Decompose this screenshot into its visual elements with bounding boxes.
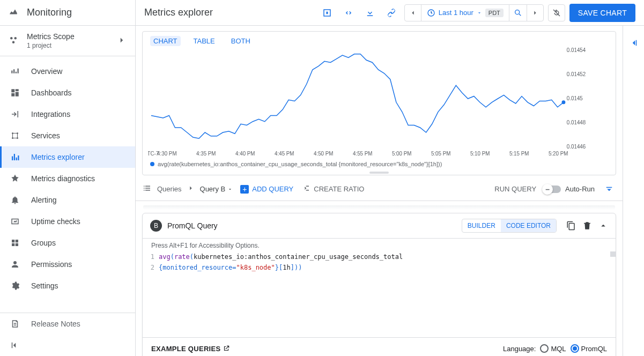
sidebar-item-metrics-explorer[interactable]: Metrics explorer <box>0 146 135 168</box>
expand-panel-button[interactable] <box>625 34 642 51</box>
query-card-title: PromQL Query <box>167 221 456 230</box>
metrics-explorer-icon <box>10 152 20 162</box>
sidebar-item-integrations[interactable]: Integrations <box>0 103 135 125</box>
svg-point-0 <box>10 37 13 40</box>
accessibility-hint: Press Alt+F1 for Accessibility Options. <box>143 239 616 251</box>
line-gutter: 12 <box>143 251 159 332</box>
overview-icon <box>10 66 20 76</box>
add-query-button[interactable]: + ADD QUERY <box>240 185 293 194</box>
create-ratio-button[interactable]: CREATE RATIO <box>301 183 364 195</box>
time-prev-button[interactable] <box>405 5 421 21</box>
monitoring-logo-icon <box>9 7 18 18</box>
chevron-right-icon <box>187 184 195 194</box>
time-range-picker[interactable]: Last 1 hour PDT <box>421 9 509 17</box>
svg-text:4:45 PM: 4:45 PM <box>275 151 294 157</box>
sidebar-item-alerting[interactable]: Alerting <box>0 189 135 211</box>
example-queries-link[interactable]: EXAMPLE QUERIES <box>151 345 230 353</box>
page-title: Metrics explorer <box>144 7 314 18</box>
scope-subtitle: 1 project <box>27 42 75 49</box>
language-label: Language: <box>503 345 536 353</box>
svg-text:5:05 PM: 5:05 PM <box>431 151 450 157</box>
language-radio-mql[interactable]: MQL <box>540 344 566 353</box>
svg-text:4:35 PM: 4:35 PM <box>196 151 216 157</box>
sidebar-item-permissions[interactable]: Permissions <box>0 254 135 275</box>
sidebar-nav: Overview Dashboards Integrations Service… <box>0 56 135 313</box>
sidebar-item-uptime-checks[interactable]: Uptime checks <box>0 211 135 232</box>
link-button[interactable] <box>383 4 400 21</box>
mode-code-editor[interactable]: CODE EDITOR <box>501 219 556 232</box>
queries-label: Queries <box>157 185 182 193</box>
query-badge: B <box>150 220 162 232</box>
sidebar: Monitoring Metrics Scope 1 project Overv… <box>0 0 136 356</box>
metrics-scope-selector[interactable]: Metrics Scope 1 project <box>0 26 135 56</box>
query-selector[interactable]: Query B <box>200 185 233 193</box>
alerting-icon <box>10 195 20 205</box>
scope-icon <box>9 35 18 47</box>
time-next-button[interactable] <box>527 5 543 21</box>
view-tab-chart[interactable]: CHART <box>150 36 181 46</box>
sidebar-item-settings[interactable]: Settings <box>0 275 135 296</box>
sidebar-item-metrics-diagnostics[interactable]: Metrics diagnostics <box>0 168 135 189</box>
run-query-button[interactable]: RUN QUERY <box>494 185 536 193</box>
code-lines[interactable]: avg(rate(kubernetes_io:anthos_container_… <box>159 251 616 332</box>
panel-settings-button[interactable] <box>319 4 336 21</box>
autorefresh-off-button[interactable] <box>548 4 565 21</box>
sidebar-item-dashboards[interactable]: Dashboards <box>0 82 135 103</box>
permissions-icon <box>10 259 20 269</box>
view-tabs: CHART TABLE BOTH <box>143 32 616 46</box>
svg-text:0.01448: 0.01448 <box>567 120 586 125</box>
uptime-icon <box>10 217 20 226</box>
view-tab-both[interactable]: BOTH <box>228 36 254 46</box>
toggle-switch[interactable] <box>544 186 561 193</box>
services-icon <box>10 131 20 140</box>
svg-point-1 <box>14 37 17 40</box>
download-button[interactable] <box>361 4 379 21</box>
sidebar-item-release-notes[interactable]: Release Notes <box>0 313 135 335</box>
scroll-corner <box>610 251 616 257</box>
code-view-button[interactable] <box>340 4 357 21</box>
copy-query-button[interactable] <box>566 221 576 231</box>
mode-builder[interactable]: BUILDER <box>462 219 501 232</box>
sidebar-item-overview[interactable]: Overview <box>0 61 135 82</box>
svg-text:0.01454: 0.01454 <box>567 47 586 53</box>
svg-rect-30 <box>635 40 636 46</box>
legend-label: avg(rate(kubernetes_io:anthos_container_… <box>158 161 442 167</box>
svg-text:0.01446: 0.01446 <box>567 144 586 150</box>
svg-text:5:20 PM: 5:20 PM <box>549 151 568 157</box>
query-toolbar: Queries Query B + ADD QUERY CREATE RATI <box>136 177 623 201</box>
settings-icon <box>10 281 20 291</box>
save-chart-button[interactable]: SAVE CHART <box>569 4 635 22</box>
plus-icon: + <box>240 185 249 194</box>
sidebar-collapse-button[interactable] <box>0 335 135 356</box>
collapse-query-button[interactable] <box>598 221 608 231</box>
time-zoom-button[interactable] <box>509 5 527 21</box>
timezone-badge: PDT <box>485 9 504 17</box>
svg-text:5:10 PM: 5:10 PM <box>470 151 490 157</box>
sidebar-item-services[interactable]: Services <box>0 125 135 146</box>
right-rail <box>623 26 644 356</box>
collapse-all-button[interactable] <box>602 181 616 197</box>
diagnostics-icon <box>10 174 20 183</box>
view-tab-table[interactable]: TABLE <box>190 36 218 46</box>
product-header: Monitoring <box>0 0 135 26</box>
query-card-b: B PromQL Query BUILDER CODE EDITOR <box>142 213 616 356</box>
ratio-icon <box>301 183 310 195</box>
dashboards-icon <box>10 88 20 98</box>
radio-checked-icon <box>571 344 579 353</box>
groups-icon <box>10 238 20 248</box>
chart-area[interactable]: 0.014460.014480.01450.014520.01454UTC-74… <box>143 46 616 159</box>
svg-text:0.01452: 0.01452 <box>567 71 586 77</box>
sidebar-item-groups[interactable]: Groups <box>0 232 135 254</box>
svg-text:5:00 PM: 5:00 PM <box>392 151 411 157</box>
code-editor[interactable]: Press Alt+F1 for Accessibility Options. … <box>143 238 616 332</box>
delete-query-button[interactable] <box>582 221 592 231</box>
resize-handle[interactable] <box>369 172 389 174</box>
legend-dot-icon <box>150 162 154 166</box>
language-radio-promql[interactable]: PromQL <box>571 344 607 353</box>
svg-text:4:40 PM: 4:40 PM <box>235 151 255 157</box>
autorun-toggle[interactable]: Auto-Run <box>544 185 595 193</box>
release-notes-icon <box>10 319 20 329</box>
chevron-right-icon <box>117 35 127 47</box>
queries-area: B PromQL Query BUILDER CODE EDITOR <box>136 201 623 356</box>
svg-rect-9 <box>326 11 328 14</box>
